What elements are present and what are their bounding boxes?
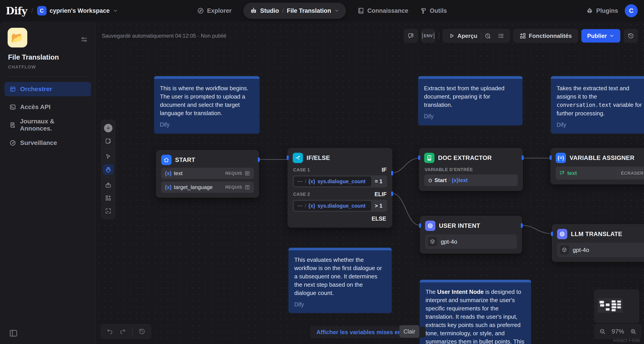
sidebar-collapse-icon[interactable] <box>8 328 18 338</box>
checklist-icon <box>498 33 504 39</box>
add-note-button[interactable] <box>103 136 114 146</box>
assigner-variable-row[interactable]: text ÉCRASER <box>556 167 644 180</box>
node-doc-extractor[interactable]: DOC EXTRACTOR VARIABLE D’ENTRÉE Start / … <box>419 148 523 191</box>
condition-2[interactable]: ··· / {x} sys.dialogue_count > 1 <box>293 200 387 212</box>
preview-button[interactable]: Aperçu <box>445 33 481 39</box>
features-group: Fonctionnalités <box>514 29 578 43</box>
model-cube-icon <box>428 237 437 246</box>
node-llm-translate[interactable]: LLM TRANSLATE gpt-4o <box>552 224 644 262</box>
sidebar-item-orchestrate[interactable]: Orchestrer <box>4 82 91 96</box>
zoom-out-button[interactable] <box>599 328 606 335</box>
user-intent-input-handle[interactable] <box>419 223 421 228</box>
start-field-target-language[interactable]: {x} target_language REQUIS <box>161 182 254 193</box>
checklist-button[interactable] <box>494 33 507 39</box>
variable-icon: {x} <box>308 203 315 209</box>
history-controls <box>100 324 151 339</box>
clock-play-icon <box>484 33 491 39</box>
variable-icon: {x} <box>165 170 172 177</box>
run-history-button[interactable] <box>482 33 494 39</box>
llm-translate-model-row[interactable]: gpt-4o <box>557 243 644 257</box>
workspace-avatar: C <box>37 6 46 16</box>
app-settings-icon[interactable] <box>80 36 88 44</box>
add-node-button[interactable] <box>103 123 114 133</box>
user-avatar[interactable]: C <box>625 4 638 17</box>
preview-group: Aperçu <box>443 29 510 43</box>
doc-extractor-input-variable[interactable]: Start / {x}text <box>424 175 518 186</box>
chevron-down-icon <box>609 33 614 39</box>
sidebar-item-monitoring[interactable]: Surveillance <box>4 136 91 150</box>
chat-variable-icon <box>559 170 565 176</box>
note-dialogue-eval[interactable]: This evaluates whether the workflow is o… <box>288 248 392 313</box>
chat-variable-button[interactable] <box>404 29 418 43</box>
hand-tool-button[interactable] <box>103 164 114 175</box>
version-history-button[interactable] <box>624 29 638 43</box>
redo-button[interactable] <box>119 328 126 335</box>
autosave-status: Sauvegardé automatiquement 04:12:05 · No… <box>102 33 226 39</box>
minimap[interactable] <box>594 290 639 323</box>
breadcrumb-app-name[interactable]: File Translation <box>287 8 331 14</box>
note-user-intent[interactable]: The User Intent Node is designed to inte… <box>420 280 531 344</box>
node-ifelse[interactable]: IF/ELSE CASE 1 IF ··· / {x} sys.dialogue… <box>288 148 392 228</box>
node-variable-assigner[interactable]: {=} VARIABLE ASSIGNER text ÉCRASER <box>550 148 644 184</box>
write-mode-badge: ÉCRASER <box>618 169 644 177</box>
doc-extractor-output-handle[interactable] <box>522 155 524 160</box>
nav-plugins[interactable]: Plugins <box>586 8 618 14</box>
fit-view-icon <box>105 208 112 214</box>
sidebar-divider <box>8 76 88 77</box>
sidebar-item-logs[interactable]: Journaux & Annonces. <box>4 118 91 132</box>
app-type-label: CHATFLOW <box>0 65 96 70</box>
note-workflow-begin[interactable]: This is where the workflow begins. The u… <box>154 76 260 134</box>
nav-knowledge[interactable]: Connaissance <box>358 8 408 14</box>
start-output-handle[interactable] <box>258 157 260 162</box>
chevron-down-icon <box>113 8 118 14</box>
dify-logo: Dify <box>6 5 27 17</box>
user-intent-output-handle[interactable] <box>521 223 523 228</box>
doc-extractor-input-handle[interactable] <box>418 155 420 160</box>
text-field-icon <box>244 184 250 190</box>
node-start[interactable]: START {x} text REQUIS {x} target_languag… <box>156 150 259 198</box>
compass-icon <box>197 8 204 14</box>
ifelse-elif-handle[interactable] <box>391 192 393 196</box>
zoom-level[interactable]: 97% <box>612 328 624 335</box>
breadcrumb-slash: / <box>31 7 33 15</box>
gauge-icon <box>10 139 16 146</box>
features-button[interactable]: Fonctionnalités <box>516 33 575 39</box>
home-icon <box>161 155 172 165</box>
condition-1[interactable]: ··· / {x} sys.dialogue_count = 1 <box>293 175 387 188</box>
start-field-text[interactable]: {x} text REQUIS <box>161 168 254 179</box>
zoom-in-button[interactable] <box>630 328 636 335</box>
organize-nodes-button[interactable] <box>103 193 114 203</box>
fit-view-button[interactable] <box>103 206 114 216</box>
box-arrow-icon <box>105 182 112 188</box>
pointer-tool-button[interactable] <box>103 151 114 162</box>
variable-icon: {x} <box>308 179 315 185</box>
canvas-actions: ENV Aperçu Fonctionnalités Publier <box>404 29 638 43</box>
workspace-selector[interactable]: C cyprien's Workspace <box>37 6 118 16</box>
nav-tools[interactable]: Outils <box>420 8 447 14</box>
note-variable-assign[interactable]: Takes the extracted text and assigns it … <box>551 76 644 134</box>
ifelse-input-handle[interactable] <box>287 155 289 160</box>
canvas-toolbar <box>101 120 116 219</box>
node-user-intent[interactable]: USER INTENT gpt-4o <box>420 216 522 254</box>
change-history-button[interactable] <box>138 328 146 335</box>
note-extract-text[interactable]: Extracts text from the uploaded document… <box>418 76 522 125</box>
app-sidebar: 📂 File Translation CHATFLOW Orchestrer A… <box>0 22 96 344</box>
env-variables-button[interactable]: ENV <box>421 29 435 43</box>
app-icon: 📂 <box>8 28 27 48</box>
env-icon: ENV <box>422 33 434 39</box>
user-intent-model-row[interactable]: gpt-4o <box>425 235 517 249</box>
llm-translate-input-handle[interactable] <box>551 232 553 236</box>
nav-studio[interactable]: Studio <box>260 8 279 14</box>
cursor-icon <box>105 153 112 160</box>
ifelse-if-handle[interactable] <box>391 171 393 175</box>
clear-button[interactable]: Clair <box>399 325 419 338</box>
publish-button[interactable]: Publier <box>582 29 620 43</box>
nav-studio-pill[interactable]: Studio / File Translation <box>243 3 346 19</box>
sidebar-item-api-access[interactable]: Accès API <box>4 100 91 114</box>
undo-button[interactable] <box>106 328 113 335</box>
nav-explorer[interactable]: Explorer <box>197 8 232 14</box>
grid-plus-icon <box>520 33 526 39</box>
export-dsl-button[interactable] <box>103 180 114 190</box>
journal-icon <box>10 122 16 128</box>
assigner-input-handle[interactable] <box>550 155 552 160</box>
